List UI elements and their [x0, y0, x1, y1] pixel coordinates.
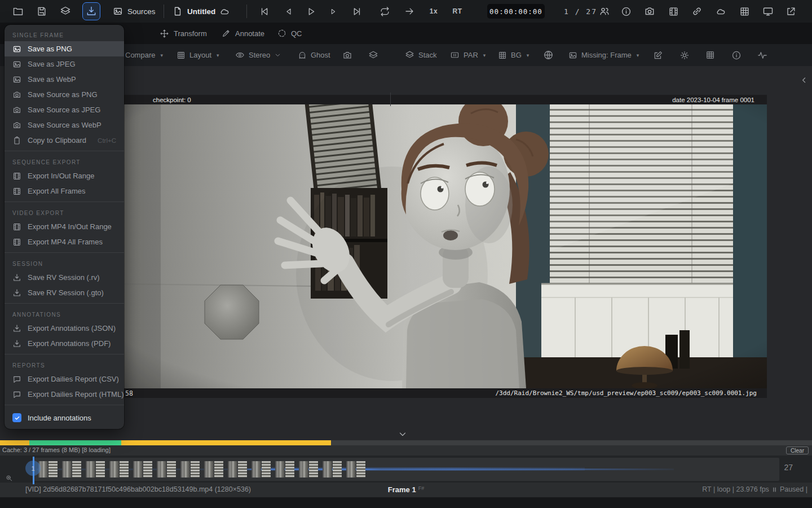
sources-button[interactable]: Sources: [113, 0, 156, 23]
layout-dropdown[interactable]: Layout: [176, 44, 219, 66]
menu-section-header: ANNOTATIONS: [5, 306, 124, 321]
checkbox-checked[interactable]: [12, 413, 21, 422]
timeline-track[interactable]: [34, 458, 779, 481]
scopes-button[interactable]: [757, 44, 767, 66]
step-back-button[interactable]: [280, 2, 298, 20]
realtime-button[interactable]: RT: [448, 2, 466, 20]
menu-item-save-rv-session-rv[interactable]: Save RV Session (.rv): [5, 270, 124, 285]
frame-unit-label: F#: [418, 485, 425, 491]
menu-item-save-source-as-jpeg[interactable]: Save Source as JPEG: [5, 102, 124, 117]
menu-section-header: SESSION: [5, 256, 124, 270]
menu-item-export-dailies-html[interactable]: Export Dailies Report (HTML): [5, 387, 124, 402]
missing-frame-dropdown[interactable]: Missing: Frame: [568, 44, 639, 66]
tab-transform[interactable]: Transform: [160, 23, 207, 44]
menu-item-export-all-frames[interactable]: Export All Frames: [5, 183, 124, 199]
speed-label: 1x: [430, 7, 438, 15]
step-forward-button[interactable]: [324, 2, 342, 20]
camera-icon: [12, 90, 21, 99]
open-file-button[interactable]: [9, 2, 27, 20]
play-direction-button[interactable]: [400, 2, 418, 20]
waveform-icon: [757, 50, 767, 60]
grid-icon: [739, 6, 750, 17]
link-button[interactable]: [688, 2, 706, 20]
menu-section-header: SINGLE FRAME: [5, 27, 124, 41]
info-icon: [621, 6, 632, 17]
menu-item-export-mp4-inout-range[interactable]: Export MP4 In/Out Range: [5, 219, 124, 234]
layers-button[interactable]: [56, 2, 74, 20]
stereo-dropdown[interactable]: Stereo: [235, 44, 281, 66]
cloud-button[interactable]: [712, 2, 730, 20]
menu-item-save-rv-session-gto[interactable]: Save RV Session (.gto): [5, 285, 124, 300]
menu-item-export-mp4-all-frames[interactable]: Export MP4 All Frames: [5, 234, 124, 249]
menu-item-export-annotations-json[interactable]: Export Annotations (JSON): [5, 321, 124, 336]
play-button[interactable]: [302, 2, 320, 20]
collaboration-button[interactable]: [595, 2, 614, 20]
edit-button[interactable]: [653, 44, 663, 66]
chevron-left-icon: [800, 76, 809, 85]
image-icon: [12, 45, 21, 54]
filmstrip-thumbnail: [38, 461, 58, 478]
metadata-button[interactable]: [731, 44, 742, 66]
document-icon: [173, 6, 183, 16]
bg-dropdown[interactable]: BG: [498, 44, 529, 66]
session-title[interactable]: Untitled: [173, 0, 215, 23]
menu-item-save-as-webp[interactable]: Save as WebP: [5, 72, 124, 87]
sync-cloud-button[interactable]: [215, 2, 233, 20]
pop-out-button[interactable]: [782, 2, 800, 20]
export-menu-button[interactable]: [82, 2, 100, 20]
layout-label: Layout: [189, 51, 211, 59]
missing-frame-label: Missing: Frame: [581, 51, 632, 59]
menu-item-export-annotations-pdf[interactable]: Export Annotations (PDF): [5, 336, 124, 351]
tab-annotate[interactable]: Annotate: [222, 23, 264, 44]
menu-item-export-inout-range[interactable]: Export In/Out Range: [5, 168, 124, 183]
menu-divider: [5, 151, 124, 151]
filmstrip-button[interactable]: [664, 2, 682, 20]
ocio-button[interactable]: [543, 44, 554, 66]
info-button[interactable]: [617, 2, 635, 20]
menu-item-save-as-jpeg[interactable]: Save as JPEG: [5, 56, 124, 72]
loop-icon: [379, 6, 390, 17]
speed-button[interactable]: 1x: [425, 2, 443, 20]
cache-status-row: Cache: 3 / 27 frames (8 MB) [8 loading] …: [0, 445, 812, 456]
checkpoint-label: checkpoint: 0: [153, 97, 191, 103]
cache-clear-button[interactable]: Clear: [786, 446, 809, 454]
compare-dropdown[interactable]: Compare: [125, 44, 163, 66]
timeline-panel[interactable]: 1 27: [0, 456, 812, 483]
cache-segment-yellow: [121, 440, 331, 445]
brightness-button[interactable]: [679, 44, 690, 66]
go-to-end-button[interactable]: [348, 2, 366, 20]
image-icon: [12, 75, 21, 84]
menu-divider: [5, 405, 124, 405]
sun-icon: [679, 50, 690, 60]
menu-item-save-source-as-webp[interactable]: Save Source as WebP: [5, 117, 124, 133]
include-annotations-label: Include annotations: [28, 414, 91, 422]
menu-item-copy-to-clipboard[interactable]: Copy to Clipboard Ctrl+C: [5, 133, 124, 148]
save-button[interactable]: [33, 2, 51, 20]
playhead-knob[interactable]: 1: [25, 461, 41, 476]
tiles-button[interactable]: [705, 44, 715, 66]
tab-qc[interactable]: QC: [277, 23, 302, 44]
snapshot-view-button[interactable]: [342, 44, 352, 66]
include-annotations-option[interactable]: Include annotations: [5, 408, 124, 426]
timeline-collapse-button[interactable]: [398, 429, 408, 439]
grid-view-button[interactable]: [735, 2, 753, 20]
timecode-display[interactable]: 00:00:00:00: [487, 4, 545, 19]
bg-label: BG: [511, 51, 522, 59]
layers-view-button[interactable]: [368, 44, 378, 66]
ghost-icon: [298, 51, 307, 60]
menu-item-save-as-png[interactable]: Save as PNG: [5, 41, 124, 56]
ghost-toggle[interactable]: Ghost: [298, 44, 330, 66]
timeline-zoom-button[interactable]: [5, 474, 13, 482]
cache-segment-green: [29, 440, 121, 445]
go-to-start-button[interactable]: [255, 2, 273, 20]
presentation-button[interactable]: [759, 2, 777, 20]
loop-mode-button[interactable]: [376, 2, 394, 20]
snapshot-button[interactable]: [641, 2, 659, 20]
stack-button[interactable]: Stack: [405, 44, 437, 66]
menu-item-save-source-as-png[interactable]: Save Source as PNG: [5, 87, 124, 102]
sources-label: Sources: [127, 7, 156, 16]
menu-item-export-dailies-csv[interactable]: Export Dailies Report (CSV): [5, 371, 124, 387]
right-panel-collapse-button[interactable]: [800, 76, 809, 85]
par-dropdown[interactable]: PAR: [450, 44, 486, 66]
viewport[interactable]: checkpoint: 0 date 2023-10-04 frame 0001…: [121, 95, 767, 398]
